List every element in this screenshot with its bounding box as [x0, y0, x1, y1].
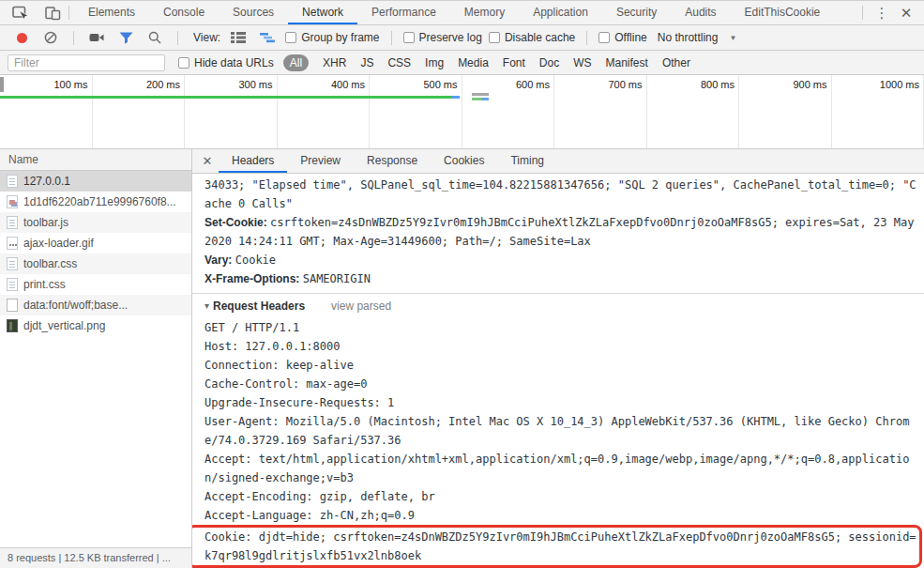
- document-icon: [7, 278, 18, 291]
- document-icon: [7, 175, 18, 188]
- close-devtools-icon[interactable]: ✕: [896, 5, 916, 22]
- request-header-line: Accept: text/html,application/xhtml+xml,…: [204, 450, 918, 487]
- tab-editthiscookie[interactable]: EditThisCookie: [731, 1, 835, 24]
- preserve-log-checkbox[interactable]: [403, 32, 415, 43]
- hide-data-urls-label: Hide data URLs: [194, 56, 274, 69]
- response-header-name: X-Frame-Options: [204, 272, 299, 285]
- group-by-frame-checkbox[interactable]: [285, 32, 296, 43]
- timeline-segment: 900 ms: [739, 75, 832, 148]
- timeline-segment: 1000 ms: [832, 75, 924, 148]
- request-row-1d1df6220ab711e9996760f8[interactable]: 1d1df6220ab711e9996760f8...: [0, 192, 191, 212]
- device-toolbar-icon[interactable]: [41, 4, 64, 23]
- view-label: View:: [193, 31, 220, 44]
- filter-type-xhr[interactable]: XHR: [323, 56, 346, 69]
- tab-console[interactable]: Console: [149, 1, 219, 24]
- request-details-panel: ✕ HeadersPreviewResponseCookiesTiming 34…: [192, 149, 924, 568]
- timeline-segment: 200 ms: [93, 75, 186, 148]
- filter-type-other[interactable]: Other: [662, 56, 690, 69]
- tab-sources[interactable]: Sources: [219, 1, 288, 24]
- request-row-print-css[interactable]: print.css: [0, 274, 191, 295]
- search-icon[interactable]: [144, 28, 166, 47]
- image-icon: [7, 195, 18, 208]
- filter-type-ws[interactable]: WS: [573, 56, 591, 69]
- request-header-line: Connection: keep-alive: [204, 356, 918, 375]
- record-icon[interactable]: [17, 33, 27, 43]
- preserve-log-option: Preserve log: [403, 31, 482, 44]
- tab-security[interactable]: Security: [602, 1, 671, 24]
- tab-elements[interactable]: Elements: [74, 1, 149, 24]
- request-row-djdt-vertical-png[interactable]: djdt_vertical.png: [0, 315, 191, 336]
- details-tab-headers[interactable]: Headers: [219, 149, 287, 173]
- tab-performance[interactable]: Performance: [357, 1, 450, 24]
- details-tab-cookies[interactable]: Cookies: [431, 149, 497, 173]
- request-header-line: GET / HTTP/1.1: [204, 318, 918, 337]
- request-row-toolbar-css[interactable]: toolbar.css: [0, 253, 191, 274]
- offline-label: Offline: [614, 31, 646, 44]
- disable-cache-label: Disable cache: [505, 31, 575, 44]
- details-tab-timing[interactable]: Timing: [497, 149, 557, 173]
- response-header-value: csrftoken=z4sDnWBZDz5Y9zIvr0mI9hJBmCciPu…: [204, 216, 914, 248]
- network-summary-bar: 8 requests | 12.5 KB transferred | ...: [0, 547, 191, 568]
- response-header-entry: Vary Cookie: [204, 251, 918, 269]
- filter-type-img[interactable]: Img: [425, 56, 444, 69]
- overview-scrollbar-thumb[interactable]: [0, 77, 4, 92]
- filter-input[interactable]: [8, 54, 165, 71]
- filter-type-all[interactable]: All: [283, 54, 309, 71]
- close-details-icon[interactable]: ✕: [196, 149, 219, 173]
- request-header-line: Accept-Encoding: gzip, deflate, br: [204, 487, 918, 506]
- offline-checkbox[interactable]: [598, 32, 610, 43]
- request-headers-section-header[interactable]: ▾ Request Headers view parsed: [204, 294, 918, 318]
- request-row-127-0-0-1[interactable]: 127.0.0.1: [0, 171, 191, 192]
- disable-cache-checkbox[interactable]: [489, 32, 500, 43]
- filter-funnel-icon[interactable]: [114, 28, 137, 47]
- timeline-tick-label: 1000 ms: [880, 79, 919, 90]
- document-icon: [7, 216, 18, 229]
- divider: [862, 6, 863, 20]
- view-parsed-link[interactable]: view parsed: [331, 297, 391, 315]
- network-filter-bar: Hide data URLs AllXHRJSCSSImgMediaFontDo…: [0, 51, 924, 75]
- tab-application[interactable]: Application: [519, 1, 602, 24]
- request-row-data-font-woff-base[interactable]: data:font/woff;base...: [0, 295, 191, 315]
- timeline-segment: 300 ms: [185, 75, 278, 148]
- capture-screenshots-icon[interactable]: [85, 28, 108, 47]
- name-column-header[interactable]: Name: [0, 149, 191, 171]
- throttling-dropdown[interactable]: No throttling ▼: [658, 31, 737, 44]
- requests-sidebar: Name 127.0.0.11d1df6220ab711e9996760f8..…: [0, 149, 192, 568]
- divider: [586, 31, 587, 45]
- overview-request-bar: [472, 93, 489, 96]
- timeline-tick-label: 900 ms: [793, 79, 826, 90]
- group-by-frame-option: Group by frame: [285, 31, 379, 44]
- filter-type-manifest[interactable]: Manifest: [606, 56, 648, 69]
- hide-data-urls-checkbox[interactable]: [178, 57, 189, 69]
- request-name-label: data:font/woff;base...: [23, 299, 128, 312]
- divider: [68, 6, 69, 20]
- tab-network[interactable]: Network: [288, 1, 357, 24]
- request-name-label: toolbar.css: [23, 257, 77, 270]
- timeline-tick-label: 100 ms: [53, 79, 87, 90]
- request-header-line: Cache-Control: max-age=0: [204, 375, 918, 393]
- use-large-rows-icon[interactable]: [227, 28, 250, 47]
- inspect-element-icon[interactable]: [9, 4, 32, 23]
- details-tab-response[interactable]: Response: [354, 149, 431, 173]
- more-options-icon[interactable]: ⋮: [871, 5, 892, 22]
- tab-memory[interactable]: Memory: [450, 1, 519, 24]
- details-tabbar: ✕ HeadersPreviewResponseCookiesTiming: [192, 149, 924, 174]
- network-main-area: Name 127.0.0.11d1df6220ab711e9996760f8..…: [0, 149, 924, 568]
- request-header-line: Accept-Language: zh-CN,zh;q=0.9: [204, 506, 918, 525]
- document-icon: [7, 257, 18, 270]
- filter-type-media[interactable]: Media: [458, 56, 489, 69]
- response-header-entry: Set-Cookie csrftoken=z4sDnWBZDz5Y9zIvr0m…: [204, 213, 918, 251]
- clear-icon[interactable]: [39, 28, 62, 47]
- devtools-tabbar: ElementsConsoleSourcesNetworkPerformance…: [0, 1, 924, 25]
- network-overview-timeline[interactable]: 100 ms200 ms300 ms400 ms500 ms600 ms700 …: [0, 75, 924, 149]
- filter-type-css[interactable]: CSS: [387, 56, 411, 69]
- image-dark-icon: [7, 319, 18, 332]
- request-row-toolbar-js[interactable]: toolbar.js: [0, 212, 191, 233]
- request-row-ajax-loader-gif[interactable]: ajax-loader.gif: [0, 233, 191, 253]
- show-overview-icon[interactable]: [256, 28, 279, 47]
- filter-type-js[interactable]: JS: [360, 56, 373, 69]
- filter-type-font[interactable]: Font: [503, 56, 525, 69]
- filter-type-doc[interactable]: Doc: [539, 56, 559, 69]
- tab-audits[interactable]: Audits: [671, 1, 730, 24]
- details-tab-preview[interactable]: Preview: [287, 149, 354, 173]
